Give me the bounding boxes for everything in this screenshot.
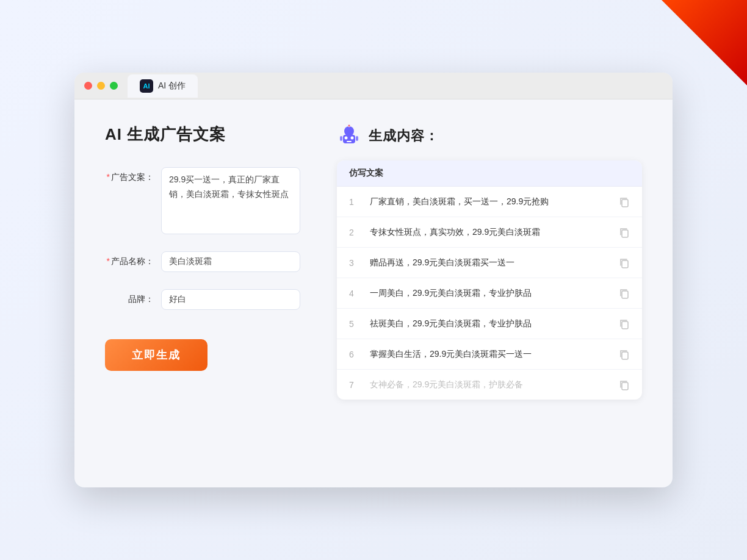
svg-rect-10 bbox=[622, 199, 628, 207]
close-button[interactable] bbox=[84, 82, 92, 90]
ad-copy-input[interactable]: 29.9买一送一，真正的厂家直销，美白淡斑霜，专抹女性斑点 bbox=[161, 167, 300, 234]
corner-decoration bbox=[662, 0, 747, 85]
row-number: 5 bbox=[349, 319, 360, 329]
svg-point-3 bbox=[351, 137, 354, 140]
table-row: 7女神必备，29.9元美白淡斑霜，护肤必备 bbox=[337, 370, 642, 400]
row-text: 专抹女性斑点，真实功效，29.9元美白淡斑霜 bbox=[370, 226, 609, 239]
result-rows: 1厂家直销，美白淡斑霜，买一送一，29.9元抢购 2专抹女性斑点，真实功效，29… bbox=[337, 187, 642, 400]
traffic-lights bbox=[84, 82, 118, 90]
main-content: AI 生成广告文案 *广告文案： 29.9买一送一，真正的厂家直销，美白淡斑霜，… bbox=[74, 99, 673, 424]
product-name-row: *产品名称： bbox=[105, 251, 300, 272]
svg-point-9 bbox=[348, 125, 350, 127]
copy-icon[interactable] bbox=[619, 196, 630, 207]
table-row: 2专抹女性斑点，真实功效，29.9元美白淡斑霜 bbox=[337, 217, 642, 248]
svg-rect-13 bbox=[622, 291, 628, 298]
row-number: 4 bbox=[349, 289, 360, 298]
copy-icon[interactable] bbox=[619, 227, 630, 238]
table-row: 5祛斑美白，29.9元美白淡斑霜，专业护肤品 bbox=[337, 309, 642, 339]
ai-tab-icon: AI bbox=[140, 79, 153, 93]
row-number: 7 bbox=[349, 380, 360, 390]
svg-rect-11 bbox=[622, 230, 628, 237]
row-number: 3 bbox=[349, 258, 360, 268]
copy-icon[interactable] bbox=[619, 257, 630, 268]
product-name-input[interactable] bbox=[161, 251, 300, 272]
svg-point-2 bbox=[345, 137, 348, 140]
result-title: 生成内容： bbox=[369, 127, 439, 145]
product-name-label: *产品名称： bbox=[105, 251, 154, 267]
table-row: 6掌握美白生活，29.9元美白淡斑霜买一送一 bbox=[337, 339, 642, 370]
generate-button[interactable]: 立即生成 bbox=[105, 339, 208, 371]
brand-input[interactable] bbox=[161, 289, 300, 310]
left-panel: AI 生成广告文案 *广告文案： 29.9买一送一，真正的厂家直销，美白淡斑霜，… bbox=[105, 124, 300, 400]
row-number: 6 bbox=[349, 350, 360, 359]
robot-icon bbox=[337, 124, 361, 148]
brand-row: 品牌： bbox=[105, 289, 300, 310]
table-header: 仿写文案 bbox=[337, 160, 642, 187]
row-text: 厂家直销，美白淡斑霜，买一送一，29.9元抢购 bbox=[370, 195, 609, 208]
required-star-2: * bbox=[107, 256, 110, 266]
ad-copy-row: *广告文案： 29.9买一送一，真正的厂家直销，美白淡斑霜，专抹女性斑点 bbox=[105, 167, 300, 234]
svg-rect-4 bbox=[347, 141, 352, 142]
copy-icon[interactable] bbox=[619, 379, 630, 390]
svg-rect-15 bbox=[622, 352, 628, 359]
svg-rect-16 bbox=[622, 382, 628, 390]
titlebar: AI AI 创作 bbox=[74, 73, 673, 99]
right-panel: 生成内容： 仿写文案 1厂家直销，美白淡斑霜，买一送一，29.9元抢购 2专抹女… bbox=[337, 124, 642, 400]
page-title: AI 生成广告文案 bbox=[105, 124, 300, 145]
app-window: AI AI 创作 AI 生成广告文案 *广告文案： 29.9买一送一，真正的厂家… bbox=[74, 73, 673, 487]
table-row: 1厂家直销，美白淡斑霜，买一送一，29.9元抢购 bbox=[337, 187, 642, 217]
table-row: 3赠品再送，29.9元美白淡斑霜买一送一 bbox=[337, 248, 642, 278]
maximize-button[interactable] bbox=[110, 82, 118, 90]
ai-tab[interactable]: AI AI 创作 bbox=[128, 74, 198, 98]
row-text: 女神必备，29.9元美白淡斑霜，护肤必备 bbox=[370, 378, 609, 391]
row-text: 掌握美白生活，29.9元美白淡斑霜买一送一 bbox=[370, 348, 609, 361]
result-header: 生成内容： bbox=[337, 124, 642, 148]
svg-rect-7 bbox=[340, 136, 342, 141]
row-text: 赠品再送，29.9元美白淡斑霜买一送一 bbox=[370, 256, 609, 269]
svg-rect-12 bbox=[622, 260, 628, 268]
brand-label: 品牌： bbox=[105, 289, 154, 305]
ad-copy-label: *广告文案： bbox=[105, 167, 154, 183]
copy-icon[interactable] bbox=[619, 318, 630, 329]
row-text: 一周美白，29.9元美白淡斑霜，专业护肤品 bbox=[370, 287, 609, 300]
row-number: 2 bbox=[349, 228, 360, 237]
row-number: 1 bbox=[349, 197, 360, 207]
required-star: * bbox=[107, 172, 110, 182]
minimize-button[interactable] bbox=[97, 82, 105, 90]
table-row: 4一周美白，29.9元美白淡斑霜，专业护肤品 bbox=[337, 278, 642, 309]
row-text: 祛斑美白，29.9元美白淡斑霜，专业护肤品 bbox=[370, 317, 609, 330]
svg-rect-8 bbox=[356, 136, 358, 141]
ai-tab-label: AI 创作 bbox=[158, 81, 186, 92]
svg-rect-14 bbox=[622, 321, 628, 329]
copy-icon[interactable] bbox=[619, 349, 630, 360]
result-table: 仿写文案 1厂家直销，美白淡斑霜，买一送一，29.9元抢购 2专抹女性斑点，真实… bbox=[337, 160, 642, 400]
copy-icon[interactable] bbox=[619, 288, 630, 299]
